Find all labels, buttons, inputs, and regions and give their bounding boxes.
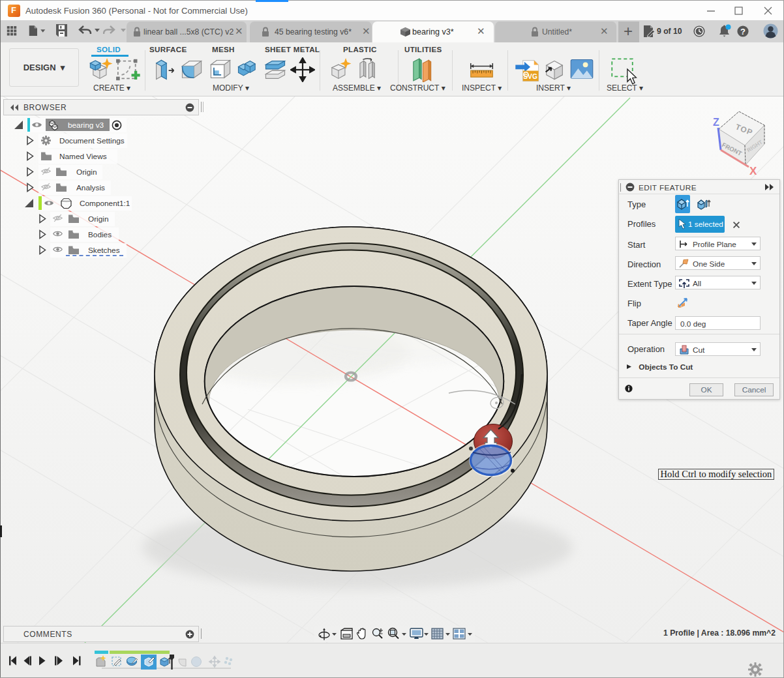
svg-text:?: ? <box>740 27 746 37</box>
